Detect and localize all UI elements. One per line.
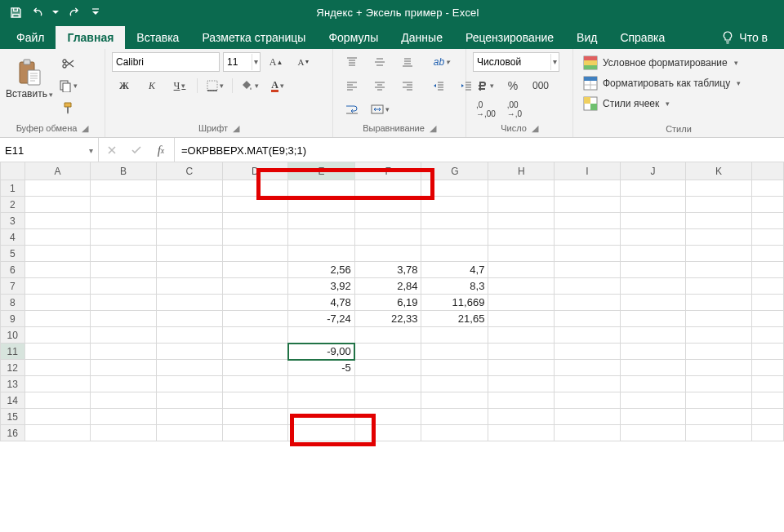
tab-help[interactable]: Справка <box>608 26 676 49</box>
number-format-input[interactable] <box>474 54 550 70</box>
cell[interactable] <box>222 180 288 197</box>
cell[interactable] <box>354 360 421 376</box>
dialog-launcher-icon[interactable]: ◢ <box>532 123 538 134</box>
cell[interactable] <box>555 376 621 392</box>
cell[interactable] <box>686 360 752 376</box>
cell[interactable] <box>91 311 157 327</box>
cell[interactable] <box>354 376 421 392</box>
cell[interactable]: 3,78 <box>354 262 421 278</box>
formula-input[interactable] <box>178 144 781 157</box>
column-header[interactable]: I <box>555 162 621 180</box>
cell[interactable] <box>24 278 91 295</box>
cell[interactable] <box>488 197 555 213</box>
cell[interactable] <box>24 344 91 360</box>
cell[interactable] <box>222 295 288 311</box>
cell[interactable]: 2,84 <box>354 278 421 295</box>
cell[interactable] <box>222 213 288 229</box>
cell[interactable] <box>91 213 157 229</box>
cell[interactable] <box>222 392 288 409</box>
cell[interactable] <box>24 295 91 311</box>
column-header[interactable]: D <box>222 162 288 180</box>
cell[interactable] <box>24 425 91 441</box>
enter-formula-button[interactable] <box>130 144 143 157</box>
percent-style-button[interactable]: % <box>501 76 525 95</box>
dialog-launcher-icon[interactable]: ◢ <box>233 123 239 134</box>
cell[interactable] <box>288 180 355 197</box>
cell[interactable] <box>555 344 621 360</box>
align-right-button[interactable] <box>395 76 420 95</box>
increase-font-button[interactable]: A▲ <box>264 52 288 72</box>
cell[interactable] <box>24 311 91 327</box>
undo-button[interactable] <box>28 2 49 22</box>
cell[interactable] <box>686 311 752 327</box>
cell[interactable] <box>91 327 157 344</box>
cell[interactable] <box>354 327 421 344</box>
cell[interactable] <box>555 295 621 311</box>
fill-color-button[interactable]: ▾ <box>238 76 262 95</box>
cell[interactable] <box>686 197 752 213</box>
tab-formulas[interactable]: Формулы <box>317 26 390 49</box>
cell[interactable] <box>156 311 222 327</box>
chevron-down-icon[interactable]: ▾ <box>252 54 260 70</box>
cell[interactable] <box>24 197 91 213</box>
dialog-launcher-icon[interactable]: ◢ <box>430 123 436 134</box>
cell[interactable] <box>156 197 222 213</box>
tab-home[interactable]: Главная <box>56 26 125 49</box>
cell[interactable] <box>686 344 752 360</box>
cell[interactable] <box>555 425 621 441</box>
comma-style-button[interactable]: 000 <box>528 76 553 95</box>
cell[interactable]: -5 <box>288 360 355 376</box>
cell[interactable] <box>488 409 555 425</box>
cell[interactable] <box>354 229 421 246</box>
cell[interactable] <box>620 344 686 360</box>
row-header[interactable]: 2 <box>1 197 25 213</box>
cell[interactable] <box>686 376 752 392</box>
cell[interactable] <box>555 311 621 327</box>
cell[interactable] <box>288 229 355 246</box>
cell[interactable] <box>488 180 555 197</box>
cell[interactable] <box>24 392 91 409</box>
cell[interactable] <box>91 278 157 295</box>
row-header[interactable]: 11 <box>1 344 25 360</box>
cell[interactable] <box>288 327 355 344</box>
format-painter-button[interactable] <box>56 98 81 117</box>
row-header[interactable]: 7 <box>1 278 25 295</box>
cell[interactable] <box>222 262 288 278</box>
cell[interactable] <box>555 246 621 262</box>
cell[interactable] <box>354 180 421 197</box>
cell[interactable] <box>222 344 288 360</box>
row-header[interactable]: 15 <box>1 409 25 425</box>
cell[interactable] <box>555 278 621 295</box>
cell[interactable]: 4,78 <box>288 295 355 311</box>
cell[interactable] <box>354 392 421 409</box>
cell[interactable] <box>686 409 752 425</box>
cell[interactable] <box>620 278 686 295</box>
cell[interactable] <box>620 262 686 278</box>
cell[interactable] <box>421 197 488 213</box>
cell[interactable]: 11,669 <box>421 295 488 311</box>
cell[interactable] <box>488 392 555 409</box>
cell[interactable] <box>686 213 752 229</box>
cell[interactable] <box>488 344 555 360</box>
cell[interactable] <box>620 197 686 213</box>
cell[interactable] <box>354 246 421 262</box>
borders-button[interactable]: ▾ <box>203 76 227 95</box>
dialog-launcher-icon[interactable]: ◢ <box>82 123 88 134</box>
cell[interactable] <box>288 197 355 213</box>
cell[interactable] <box>156 409 222 425</box>
cell[interactable] <box>488 327 555 344</box>
decrease-font-button[interactable]: A▼ <box>292 52 316 72</box>
cell[interactable] <box>288 425 355 441</box>
cell[interactable] <box>421 246 488 262</box>
cell[interactable]: -9,00 <box>288 344 355 360</box>
cell[interactable] <box>222 360 288 376</box>
row-header[interactable]: 16 <box>1 425 25 441</box>
copy-button[interactable]: ▾ <box>56 76 81 95</box>
font-size-input[interactable] <box>224 54 252 70</box>
row-header[interactable]: 8 <box>1 295 25 311</box>
cell[interactable] <box>555 197 621 213</box>
cell[interactable] <box>24 180 91 197</box>
cell[interactable] <box>620 425 686 441</box>
cell[interactable] <box>620 392 686 409</box>
cell[interactable] <box>24 409 91 425</box>
